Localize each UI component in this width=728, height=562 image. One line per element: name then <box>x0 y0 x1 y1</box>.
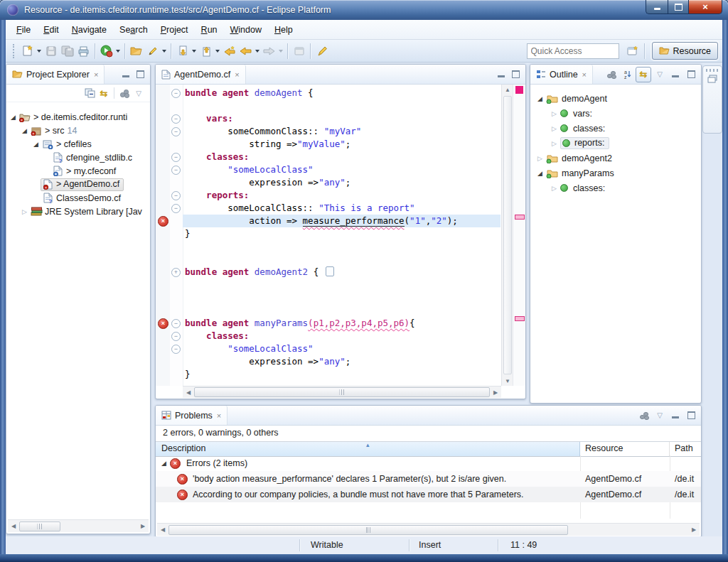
link-with-editor-toggle[interactable]: ⇆ <box>636 67 651 82</box>
new-wizard-dropdown[interactable] <box>37 50 41 53</box>
code-line[interactable]: "someLocalClass" <box>183 163 500 176</box>
scroll-up-icon[interactable]: ▲ <box>502 85 513 93</box>
maximize-view-button[interactable] <box>684 67 698 82</box>
view-menu-button[interactable]: ▽ <box>653 409 667 423</box>
expanded-arrow-icon[interactable]: ◢ <box>22 127 31 134</box>
collapse-all-button[interactable] <box>82 86 97 100</box>
forward-button[interactable] <box>261 43 277 60</box>
scrollbar-thumb[interactable] <box>19 522 60 531</box>
scroll-right-icon[interactable]: ▶ <box>137 523 149 529</box>
save-button[interactable] <box>43 43 59 60</box>
fold-collapse-icon[interactable]: − <box>171 89 181 98</box>
quick-access-input[interactable] <box>527 43 619 59</box>
menu-run[interactable]: Run <box>195 21 224 38</box>
selected-item-highlight[interactable]: reports: <box>560 137 609 149</box>
problem-row[interactable]: × According to our company policies, a b… <box>156 487 701 502</box>
code-line[interactable]: vars: <box>183 112 500 125</box>
code-line[interactable]: reports: <box>183 189 500 202</box>
menu-edit[interactable]: Edit <box>37 21 65 38</box>
scrollbar-thumb[interactable] <box>503 96 512 374</box>
close-tab-icon[interactable]: × <box>217 411 221 420</box>
highlight-brush-button[interactable] <box>314 43 330 60</box>
fold-collapse-icon[interactable]: − <box>171 332 181 341</box>
next-annotation-dropdown[interactable] <box>192 50 196 53</box>
tab-project-explorer[interactable]: Project Explorer × <box>6 65 105 84</box>
scroll-left-icon[interactable]: ◀ <box>157 526 168 533</box>
overview-ruler[interactable] <box>513 85 525 386</box>
overview-error-marker[interactable] <box>515 316 525 321</box>
problems-hscrollbar[interactable]: ◀ ▶ <box>157 523 700 536</box>
code-line[interactable] <box>183 279 500 291</box>
minimize-editor-button[interactable] <box>494 67 508 82</box>
run-dropdown[interactable] <box>116 50 120 53</box>
print-button[interactable] <box>75 43 92 60</box>
outline-item-classes[interactable]: ▷ classes: <box>530 121 605 135</box>
expanded-arrow-icon[interactable]: ◢ <box>537 95 546 102</box>
overview-error-marker[interactable] <box>515 215 525 220</box>
code-line[interactable]: } <box>183 227 500 240</box>
close-window-button[interactable]: × <box>689 0 722 14</box>
tree-item-project[interactable]: ◢ × > de.itemis.cfeditor.runti <box>6 110 127 124</box>
view-filter-button[interactable] <box>117 86 132 100</box>
tab-problems[interactable]: Problems × <box>156 406 228 425</box>
column-header-resource[interactable]: Resource <box>580 442 670 456</box>
collapsed-arrow-icon[interactable]: ▷ <box>22 208 31 215</box>
tree-item-jre-library[interactable]: ▷ JRE System Library [Jav <box>6 205 142 218</box>
tree-item-cfengine-stdlib[interactable]: ? cfengine_stdlib.c <box>6 151 132 164</box>
code-line[interactable]: classes: <box>183 151 500 163</box>
overview-error-status-icon[interactable] <box>515 86 523 94</box>
problems-filter-button[interactable] <box>637 409 651 423</box>
error-link-text[interactable]: measure_performance <box>303 215 405 227</box>
maximize-view-button[interactable] <box>684 409 698 423</box>
menu-window[interactable]: Window <box>224 21 268 38</box>
next-annotation-button[interactable] <box>174 43 191 60</box>
selected-item-highlight[interactable]: × > AgentDemo.cf <box>41 178 124 191</box>
fold-collapse-icon[interactable]: − <box>171 114 181 124</box>
scroll-left-icon[interactable]: ◀ <box>8 523 19 529</box>
forward-dropdown[interactable] <box>279 50 283 53</box>
outline-item-reports[interactable]: ▷ reports: <box>530 136 609 150</box>
code-line[interactable]: "someLocalClass" <box>183 342 500 355</box>
view-menu-button[interactable]: ▽ <box>653 67 667 82</box>
outline-item-manyparams[interactable]: ◢ manyParams <box>530 166 614 180</box>
outline-item-demoagent[interactable]: ◢ demoAgent <box>530 92 607 105</box>
last-edit-location-button[interactable] <box>221 43 237 60</box>
problems-group-row[interactable]: ◢ × Errors (2 items) <box>156 455 701 471</box>
maximize-window-button[interactable] <box>668 0 689 14</box>
view-menu-button[interactable]: ▽ <box>132 86 146 100</box>
outline-filter-button[interactable] <box>604 67 619 82</box>
collapsed-arrow-icon[interactable]: ▷ <box>552 140 560 147</box>
new-editor-button[interactable] <box>291 43 307 60</box>
menu-file[interactable]: File <box>10 21 37 38</box>
drag-handle-icon[interactable] <box>706 69 719 72</box>
code-line[interactable]: expression =>"any"; <box>183 355 500 368</box>
maximize-editor-button[interactable] <box>508 67 523 82</box>
back-button[interactable] <box>237 43 254 60</box>
expanded-arrow-icon[interactable]: ◢ <box>11 114 19 121</box>
previous-annotation-button[interactable] <box>198 43 214 60</box>
minimized-views-bar[interactable] <box>702 65 722 134</box>
collapsed-arrow-icon[interactable]: ▷ <box>552 110 560 117</box>
resource-perspective-button[interactable]: Resource <box>652 42 719 60</box>
link-with-editor-button[interactable]: ⇆ <box>97 86 111 100</box>
previous-annotation-dropdown[interactable] <box>215 50 220 53</box>
tree-item-src[interactable]: ◢ × > src 14 <box>6 124 77 137</box>
code-line[interactable]: bundle agent manyParams(p1,p2,p3,p4,p5,p… <box>183 317 500 330</box>
scrollbar-thumb[interactable] <box>168 525 568 535</box>
close-tab-icon[interactable]: × <box>582 70 587 79</box>
fold-collapse-icon[interactable]: − <box>171 127 181 136</box>
code-line[interactable] <box>183 291 500 304</box>
fold-collapse-icon[interactable]: − <box>171 191 181 200</box>
code-line-current[interactable]: action => measure_performance("1","2"); <box>183 215 500 227</box>
project-explorer-hscrollbar[interactable]: ◀ ▶ <box>8 519 149 532</box>
fold-collapse-icon[interactable]: − <box>171 166 181 175</box>
tab-agentdemo-cf[interactable]: AgentDemo.cf × <box>156 65 246 84</box>
column-header-description[interactable]: Description ▴ <box>156 442 580 456</box>
toolbar-grip[interactable] <box>13 44 16 58</box>
code-line[interactable]: someLocalClass:: "This is a report" <box>183 202 500 215</box>
minimize-window-button[interactable] <box>646 0 668 14</box>
new-wizard-button[interactable] <box>19 43 36 60</box>
error-marker-icon[interactable]: × <box>158 318 168 329</box>
code-line[interactable]: string =>"myValue"; <box>183 138 500 151</box>
menu-project[interactable]: Project <box>154 21 195 38</box>
